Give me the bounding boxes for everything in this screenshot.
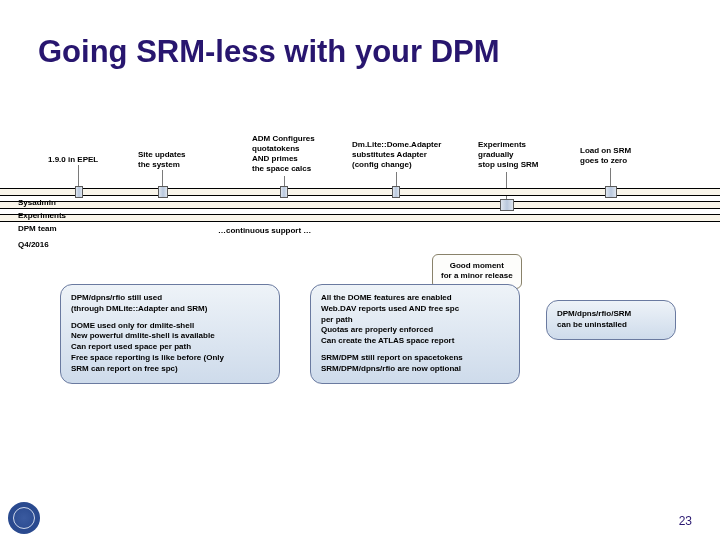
- ann-adm-config: ADM ConfiguresquotatokensAND primesthe s…: [252, 134, 315, 174]
- c3l0: DPM/dpns/rfio/SRM: [557, 309, 665, 320]
- rowlab-sysadmin: Sysadmin: [18, 198, 56, 207]
- slide: Going SRM-less with your DPM 1.9.0 in EP…: [0, 0, 720, 540]
- ann-epel: 1.9.0 in EPEL: [48, 155, 98, 165]
- call-loadzero: [605, 186, 617, 198]
- rowlab-experiments: Experiments: [18, 211, 66, 220]
- cloud-left: DPM/dpns/rfio still used (through DMLite…: [60, 284, 280, 384]
- c2l7: SRM/DPM/dpns/rfio are now optional: [321, 364, 509, 375]
- ann-experiments-stop: Experimentsgraduallystop using SRM: [478, 140, 538, 170]
- c2l3: Quotas are properly enforced: [321, 325, 509, 336]
- support-text: …continuous support …: [218, 226, 311, 236]
- call-adm: [280, 186, 288, 198]
- c2l6: SRM/DPM still report on spacetokens: [321, 353, 509, 364]
- timeline: [0, 188, 720, 220]
- cern-logo: [8, 502, 40, 534]
- rowlab-dpmteam: DPM team: [18, 224, 57, 233]
- q4-label: Q4/2016: [18, 240, 49, 249]
- call-exp: [500, 199, 514, 211]
- page-number: 23: [679, 514, 692, 528]
- c1l3: DOME used only for dmlite-shell: [71, 321, 269, 332]
- row-experiments: [0, 201, 720, 209]
- c1l7: SRM can report on free spc): [71, 364, 269, 375]
- c2l1: Web.DAV reports used AND free spc: [321, 304, 509, 315]
- c1l6: Free space reporting is like before (Onl…: [71, 353, 269, 364]
- cloud-mid: All the DOME features are enabled Web.DA…: [310, 284, 520, 384]
- c3l1: can be uninstalled: [557, 320, 665, 331]
- ann-domeadapter: Dm.Lite::Dome.Adaptersubstitutes Adapter…: [352, 140, 441, 170]
- cern-logo-inner: [13, 507, 35, 529]
- call-update: [158, 186, 168, 198]
- c2l0: All the DOME features are enabled: [321, 293, 509, 304]
- cloud-right: DPM/dpns/rfio/SRM can be uninstalled: [546, 300, 676, 340]
- c2l2: per path: [321, 315, 509, 326]
- call-adapter: [392, 186, 400, 198]
- c1l4: New powerful dmlite-shell is available: [71, 331, 269, 342]
- ann-site-update: Site updatesthe system: [138, 150, 186, 170]
- call-epel: [75, 186, 83, 198]
- ann-load-zero: Load on SRMgoes to zero: [580, 146, 631, 166]
- page-title: Going SRM-less with your DPM: [38, 34, 500, 70]
- c1l5: Can report used space per path: [71, 342, 269, 353]
- c1l1: (through DMLite::Adapter and SRM): [71, 304, 269, 315]
- c2l4: Can create the ATLAS space report: [321, 336, 509, 347]
- row-dpmteam: [0, 214, 720, 222]
- c1l0: DPM/dpns/rfio still used: [71, 293, 269, 304]
